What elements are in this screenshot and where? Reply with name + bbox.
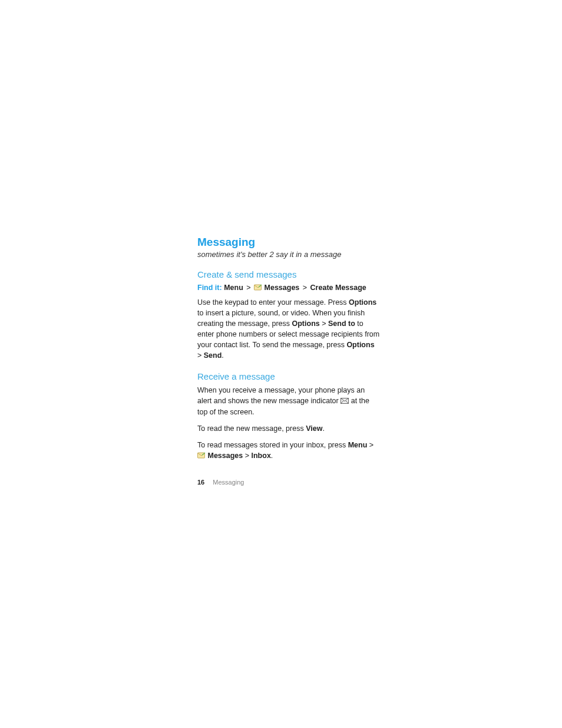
text: When you receive a message, your phone p… (197, 386, 365, 405)
page-title: Messaging (197, 236, 380, 249)
menu-key: Menu (348, 441, 368, 449)
receive-p1: When you receive a message, your phone p… (197, 385, 380, 417)
text: . (222, 351, 223, 360)
envelope-icon (340, 396, 349, 402)
text: > (367, 441, 373, 449)
messages-icon (254, 284, 262, 290)
section-create-heading: Create & send messages (197, 269, 380, 279)
text: To read messages stored in your inbox, p… (197, 441, 348, 449)
text: > (320, 319, 328, 328)
page-footer: 16Messaging (197, 479, 244, 486)
receive-p2: To read the new message, press View. (197, 423, 380, 434)
options-key: Options (349, 298, 376, 307)
text: . (271, 452, 273, 460)
findit-label: Find it: (197, 284, 222, 292)
inbox-key: Inbox (252, 452, 271, 460)
options-key: Options (346, 341, 374, 349)
path-create-message: Create Message (310, 284, 366, 292)
path-messages: Messages (265, 284, 300, 292)
text: > (197, 351, 204, 360)
options-key: Options (292, 319, 320, 328)
create-body: Use the keypad to enter your message. Pr… (197, 297, 380, 361)
page-subtitle: sometimes it's better 2 say it in a mess… (197, 250, 380, 259)
page-content: Messaging sometimes it's better 2 say it… (197, 236, 380, 467)
path-sep: > (246, 284, 250, 292)
section-receive-heading: Receive a message (197, 371, 380, 381)
send-key: Send (204, 351, 222, 360)
path-menu: Menu (224, 284, 243, 292)
messages-icon (197, 451, 206, 457)
messages-key: Messages (207, 452, 243, 460)
text: > (243, 452, 251, 460)
footer-section: Messaging (213, 479, 244, 486)
text: Use the keypad to enter your message. Pr… (197, 298, 349, 307)
page-number: 16 (197, 479, 204, 486)
sendto-key: Send to (328, 319, 355, 328)
receive-p3: To read messages stored in your inbox, p… (197, 440, 380, 461)
text: To read the new message, press (197, 424, 306, 433)
view-key: View (306, 424, 322, 433)
text: . (322, 424, 324, 433)
path-sep: > (303, 284, 307, 292)
findit-path: Find it: Menu > Messages > Create Messag… (197, 283, 380, 294)
